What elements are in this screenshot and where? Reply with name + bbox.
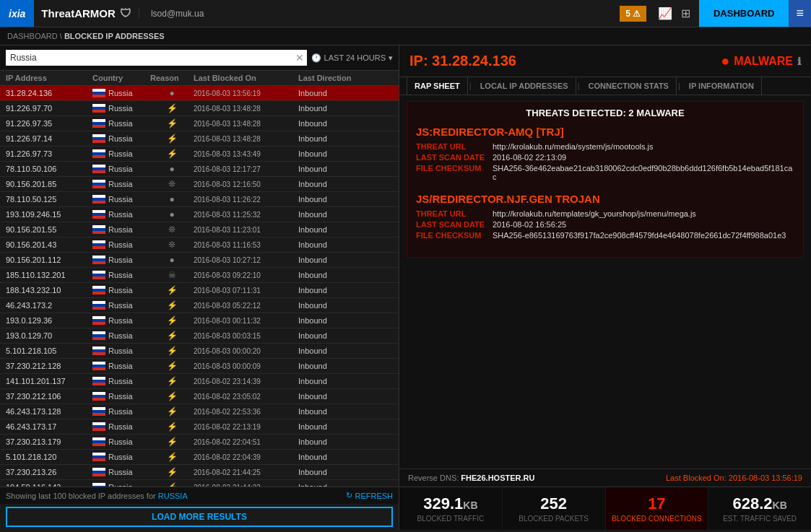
direction-cell: Inbound — [298, 119, 370, 128]
flag-icon — [92, 271, 105, 279]
flag-icon — [92, 240, 105, 249]
malware-dot-icon: ● — [721, 53, 729, 69]
date-cell: 2016-08-03 13:43:49 — [194, 150, 298, 158]
search-clear-button[interactable]: ✕ — [295, 53, 304, 63]
chart-icon[interactable]: 📈 — [655, 4, 675, 23]
table-row[interactable]: 46.243.173.17 Russia ⚡ 2016-08-02 22:13:… — [0, 419, 399, 435]
reason-icon: ⚡ — [150, 300, 194, 310]
date-cell: 2016-08-03 00:00:20 — [194, 347, 298, 355]
table-row[interactable]: 90.156.201.43 Russia ❊ 2016-08-03 11:16:… — [0, 237, 399, 253]
shield-icon: 🛡 — [120, 7, 131, 20]
table-row[interactable]: 78.110.50.106 Russia ● 2016-08-03 12:17:… — [0, 162, 399, 177]
table-row[interactable]: 46.243.173.2 Russia ⚡ 2016-08-03 05:22:1… — [0, 298, 399, 313]
reason-icon: ❊ — [150, 179, 194, 189]
breadcrumb-current: BLOCKED IP ADDRESSES — [64, 32, 165, 40]
flag-icon — [92, 119, 105, 128]
country-cell: Russia — [92, 346, 150, 355]
reason-icon: ⚡ — [150, 437, 194, 447]
last-blocked-info: Last Blocked On: 2016-08-03 13:56:19 — [666, 474, 802, 482]
country-cell: Russia — [92, 104, 150, 113]
stat-unit: KB — [773, 500, 787, 511]
reason-icon: ⚡ — [150, 285, 194, 295]
direction-cell: Inbound — [298, 89, 370, 97]
reason-icon: ⚡ — [150, 406, 194, 417]
reason-icon: ⚡ — [150, 134, 194, 144]
table-row[interactable]: 37.230.212.106 Russia ⚡ 2016-08-02 23:05… — [0, 389, 399, 404]
table-header: IP Address Country Reason Last Blocked O… — [0, 71, 399, 86]
table-row[interactable]: 90.156.201.85 Russia ❊ 2016-08-03 12:16:… — [0, 177, 399, 192]
date-cell: 2016-08-03 13:56:19 — [194, 90, 298, 97]
time-filter[interactable]: 🕐 LAST 24 HOURS ▾ — [311, 53, 393, 63]
table-row[interactable]: 194.50.116.143 Russia ⚡ 2016-08-02 21:44… — [0, 480, 399, 487]
table-row[interactable]: 37.230.212.128 Russia ⚡ 2016-08-03 00:00… — [0, 359, 399, 374]
country-cell: Russia — [92, 362, 150, 370]
date-cell: 2016-08-02 21:44:25 — [194, 468, 298, 476]
reason-icon: ⚡ — [150, 103, 194, 113]
ip-cell: 46.243.173.128 — [6, 407, 92, 416]
table-row[interactable]: 91.226.97.70 Russia ⚡ 2016-08-03 13:48:2… — [0, 101, 399, 116]
threats-box: THREATS DETECTED: 2 MALWARE JS:REDIRECTO… — [407, 101, 804, 258]
table-row[interactable]: 5.101.218.105 Russia ⚡ 2016-08-03 00:00:… — [0, 344, 399, 359]
breadcrumb-home[interactable]: DASHBOARD — [7, 32, 58, 40]
flag-icon — [92, 210, 105, 219]
table-row[interactable]: 91.226.97.14 Russia ⚡ 2016-08-03 13:48:2… — [0, 131, 399, 147]
table-row[interactable]: 90.156.201.55 Russia ❊ 2016-08-03 11:23:… — [0, 222, 399, 237]
direction-cell: Inbound — [298, 165, 370, 173]
country-cell: Russia — [92, 225, 150, 234]
tab-ip-info[interactable]: IP INFORMATION — [682, 77, 762, 95]
nav-icons: 📈 ⊞ — [649, 4, 699, 23]
direction-cell: Inbound — [298, 134, 370, 143]
date-cell: 2016-08-03 11:26:22 — [194, 196, 298, 204]
country-cell: Russia — [92, 392, 150, 401]
table-row[interactable]: 91.226.97.73 Russia ⚡ 2016-08-03 13:43:4… — [0, 147, 399, 162]
reason-icon: ⚡ — [150, 361, 194, 371]
breadcrumb: DASHBOARD \ BLOCKED IP ADDRESSES — [0, 27, 811, 45]
date-cell: 2016-08-02 23:05:02 — [194, 393, 298, 401]
date-cell: 2016-08-03 13:48:28 — [194, 135, 298, 143]
flag-icon — [92, 256, 105, 264]
table-row[interactable]: 193.0.129.70 Russia ⚡ 2016-08-03 00:03:1… — [0, 328, 399, 344]
table-row[interactable]: 188.143.232.10 Russia ⚡ 2016-08-03 07:11… — [0, 283, 399, 298]
table-row[interactable]: 78.110.50.125 Russia ● 2016-08-03 11:26:… — [0, 192, 399, 207]
table-row[interactable]: 31.28.24.136 Russia ● 2016-08-03 13:56:1… — [0, 86, 399, 101]
flag-icon — [92, 180, 105, 188]
table-row[interactable]: 193.109.246.15 Russia ● 2016-08-03 11:25… — [0, 207, 399, 222]
table-row[interactable]: 46.243.173.128 Russia ⚡ 2016-08-02 22:53… — [0, 404, 399, 419]
reverse-dns-value: FHE26.HOSTER.RU — [461, 474, 534, 482]
info-icon[interactable]: ℹ — [797, 56, 801, 67]
ip-cell: 91.226.97.73 — [6, 149, 92, 158]
left-panel: ✕ 🕐 LAST 24 HOURS ▾ IP Address Country R… — [0, 45, 399, 530]
refresh-button[interactable]: ↻ REFRESH — [346, 491, 393, 500]
flag-icon — [92, 407, 105, 416]
flag-icon — [92, 165, 105, 173]
stat-item: 329.1KB BLOCKED TRAFFIC — [399, 487, 503, 530]
table-row[interactable]: 185.110.132.201 Russia ☠ 2016-08-03 09:2… — [0, 268, 399, 283]
table-row[interactable]: 90.156.201.112 Russia ● 2016-08-03 10:27… — [0, 253, 399, 268]
table-row[interactable]: 37.230.213.26 Russia ⚡ 2016-08-02 21:44:… — [0, 465, 399, 480]
dashboard-button[interactable]: DASHBOARD — [699, 0, 789, 27]
reason-icon: ● — [150, 255, 194, 265]
ip-cell: 37.230.213.26 — [6, 468, 92, 476]
tab-rap-sheet[interactable]: RAP SHEET — [407, 77, 468, 95]
russia-filter-link[interactable]: RUSSIA — [158, 492, 188, 500]
grid-icon[interactable]: ⊞ — [678, 4, 693, 23]
direction-cell: Inbound — [298, 422, 370, 431]
date-cell: 2016-08-03 13:48:28 — [194, 105, 298, 113]
malware-badge: ● MALWARE ℹ — [721, 53, 801, 69]
direction-cell: Inbound — [298, 468, 370, 476]
table-row[interactable]: 91.226.97.35 Russia ⚡ 2016-08-03 13:48:2… — [0, 116, 399, 131]
nav-alert-badge[interactable]: 5 ⚠ — [620, 6, 646, 22]
country-cell: Russia — [92, 119, 150, 128]
threat2-date-row: LAST SCAN DATE 2016-08-02 16:56:25 — [416, 220, 794, 229]
menu-button[interactable]: ≡ — [789, 0, 811, 27]
search-input[interactable] — [6, 50, 307, 66]
tab-connection-stats[interactable]: CONNECTION STATS — [581, 77, 677, 95]
country-cell: Russia — [92, 301, 150, 310]
table-row[interactable]: 37.230.213.179 Russia ⚡ 2016-08-02 22:04… — [0, 435, 399, 450]
table-row[interactable]: 193.0.129.36 Russia ⚡ 2016-08-03 00:11:3… — [0, 313, 399, 328]
load-more-button[interactable]: LOAD MORE RESULTS — [6, 507, 393, 527]
ip-cell: 90.156.201.55 — [6, 225, 92, 234]
tab-local-ip[interactable]: LOCAL IP ADDRESSES — [473, 77, 576, 95]
table-row[interactable]: 141.101.201.137 Russia ⚡ 2016-08-02 23:1… — [0, 374, 399, 389]
table-row[interactable]: 5.101.218.120 Russia ⚡ 2016-08-02 22:04:… — [0, 450, 399, 465]
